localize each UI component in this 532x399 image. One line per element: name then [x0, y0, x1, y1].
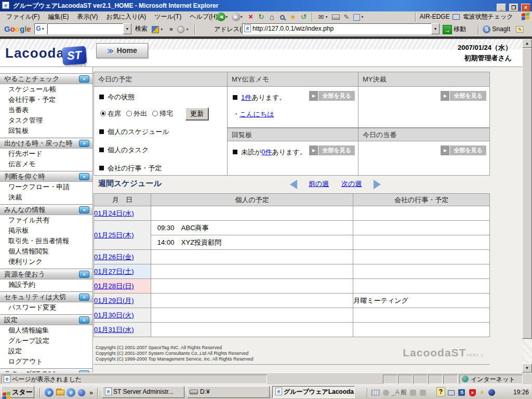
section-collapse-icon[interactable]: ▼: [79, 294, 89, 301]
print-icon[interactable]: [331, 12, 340, 21]
section-collapse-icon[interactable]: ▼: [79, 271, 89, 278]
google-search-button[interactable]: 検索: [135, 24, 148, 33]
kairanban-count-link[interactable]: 0件: [261, 148, 272, 156]
sidebar-item[interactable]: 掲示板: [0, 225, 92, 236]
quick-more-icon[interactable]: »: [89, 389, 93, 396]
sidebar-item[interactable]: 設定: [0, 346, 92, 356]
refresh-icon[interactable]: ↻: [257, 12, 265, 21]
more-tools-icon[interactable]: »: [169, 25, 173, 33]
status-radio[interactable]: 外出: [126, 110, 152, 117]
sidebar-item[interactable]: 個人情報編集: [0, 325, 92, 336]
section-collapse-icon[interactable]: ▼: [79, 173, 89, 180]
sidebar-item[interactable]: ワークフロー・申請: [0, 182, 92, 192]
sidebar-item[interactable]: 当番表: [0, 105, 92, 115]
section-collapse-icon[interactable]: ▼: [79, 140, 89, 147]
section-collapse-icon[interactable]: ▼: [79, 316, 89, 324]
sidebar-item[interactable]: グループ設定: [0, 336, 92, 346]
sidebar-item[interactable]: 決裁: [0, 192, 92, 203]
radio-icon[interactable]: [152, 111, 158, 116]
mail-dropdown-icon[interactable]: ▾: [325, 12, 329, 22]
ime-han-label[interactable]: 般: [401, 389, 407, 396]
sidebar-item[interactable]: 施設予約: [0, 280, 92, 290]
snagit-button[interactable]: SSnagIt ✎: [476, 23, 524, 35]
task-button[interactable]: eST Server Administr...: [102, 386, 184, 398]
bookmark-icon[interactable]: [152, 26, 159, 33]
menu-item[interactable]: お気に入り(A): [102, 11, 150, 22]
touban-view-all-button[interactable]: ▶全部を見る: [441, 145, 486, 155]
status-radio[interactable]: 帰宅: [152, 110, 178, 117]
go-button[interactable]: →移動: [443, 23, 466, 35]
schedule-date-link[interactable]: 01月25日(木): [94, 231, 134, 239]
prev-week-arrow-icon[interactable]: [290, 180, 297, 189]
ime-pad-icon[interactable]: [420, 390, 426, 396]
sidebar-item[interactable]: 取引先・担当者情報: [0, 236, 92, 246]
sidebar-item[interactable]: 個人情報閲覧: [0, 246, 92, 257]
quick-outlook-icon[interactable]: e: [66, 388, 75, 397]
memo-count-link[interactable]: 1件: [241, 94, 251, 101]
schedule-date-link[interactable]: 01月31日(水): [94, 326, 134, 334]
language-help-icon[interactable]: ?: [436, 387, 445, 396]
sidebar-item[interactable]: 回覧板: [0, 126, 92, 136]
scroll-up-icon[interactable]: ▲: [522, 39, 532, 48]
update-button[interactable]: 更新: [185, 108, 209, 121]
ime-mode-icon[interactable]: [383, 390, 389, 396]
menu-item[interactable]: ツール(T): [150, 11, 185, 22]
schedule-date-link[interactable]: 01月26日(金): [94, 253, 134, 261]
menu-item[interactable]: ファイル(F): [2, 11, 44, 22]
radio-icon[interactable]: [100, 111, 106, 116]
address-input[interactable]: ehttp://127.0.0.1/wiz/index.php: [242, 23, 440, 34]
search-icon[interactable]: [278, 12, 287, 21]
status-radio[interactable]: 在席: [100, 110, 126, 117]
kessai-view-all-button[interactable]: ▶全部を見る: [441, 91, 486, 101]
sidebar-item[interactable]: 便利リンク: [0, 257, 92, 267]
memo-item-link[interactable]: こんにちは: [240, 110, 274, 118]
signal-icon[interactable]: [453, 14, 460, 20]
history-icon[interactable]: ↺: [299, 12, 308, 21]
pagerank-icon[interactable]: [177, 26, 184, 33]
sidebar-item[interactable]: スケジュール帳: [0, 84, 92, 95]
tray-network-icon[interactable]: [448, 390, 455, 395]
quick-folder-icon[interactable]: [56, 390, 64, 395]
sidebar-item[interactable]: ログアウト: [0, 356, 92, 367]
next-week-arrow-icon[interactable]: [374, 180, 381, 189]
home-icon[interactable]: ⌂: [268, 12, 276, 21]
vertical-scrollbar[interactable]: ▲ ▼: [522, 39, 532, 373]
stop-icon[interactable]: ×: [246, 12, 255, 21]
forward-dropdown-icon[interactable]: ▾: [241, 12, 245, 22]
section-collapse-icon[interactable]: ▼: [79, 206, 89, 214]
schedule-date-link[interactable]: 01月28日(日): [94, 282, 134, 290]
sidebar-item[interactable]: タスク管理: [0, 115, 92, 126]
edit-icon[interactable]: ✎: [342, 12, 351, 21]
denpa-check-label[interactable]: 電波状態チェック: [462, 13, 513, 20]
address-dropdown-icon[interactable]: ▾: [431, 23, 440, 34]
minimize-button[interactable]: _: [497, 4, 506, 11]
sidebar-item[interactable]: ファイル共有: [0, 215, 92, 225]
tray-security-shield-icon[interactable]: ×: [469, 389, 476, 396]
kairanban-view-all-button[interactable]: ▶全部を見る: [309, 145, 355, 155]
schedule-date-link[interactable]: 01月29日(月): [94, 297, 134, 304]
tab-home[interactable]: ≫Home: [96, 43, 148, 58]
tray-power-icon[interactable]: ⚡: [480, 389, 484, 396]
quick-msn-icon[interactable]: [78, 389, 85, 396]
back-icon[interactable]: ◄: [217, 12, 225, 21]
compose-icon[interactable]: ✎: [516, 26, 524, 33]
schedule-date-link[interactable]: 01月24日(水): [94, 209, 134, 217]
google-combo[interactable]: G▾: [34, 23, 47, 34]
mail-icon[interactable]: ✉: [316, 12, 325, 21]
sidebar-item[interactable]: 伝言メモ: [0, 159, 92, 169]
next-week-link[interactable]: 次の週: [341, 180, 362, 188]
quick-ie-icon[interactable]: e: [45, 388, 54, 397]
sidebar-item[interactable]: パスワード変更: [0, 302, 92, 313]
messenger-icon[interactable]: [352, 12, 361, 21]
task-button[interactable]: eグループウェアLacooda...: [272, 386, 355, 398]
sidebar-item[interactable]: 会社行事・予定: [0, 95, 92, 105]
messenger-dropdown-icon[interactable]: ▾: [361, 12, 365, 22]
scrollbar-thumb[interactable]: [522, 48, 532, 339]
restore-button[interactable]: ❐: [509, 4, 518, 11]
google-search-input[interactable]: [47, 23, 123, 34]
tray-antivirus-icon[interactable]: [488, 389, 495, 396]
menu-item[interactable]: 編集(E): [44, 11, 73, 22]
back-dropdown-icon[interactable]: ▾: [225, 12, 230, 22]
task-button[interactable]: D:¥: [187, 386, 270, 398]
favorites-icon[interactable]: ★: [288, 12, 297, 21]
